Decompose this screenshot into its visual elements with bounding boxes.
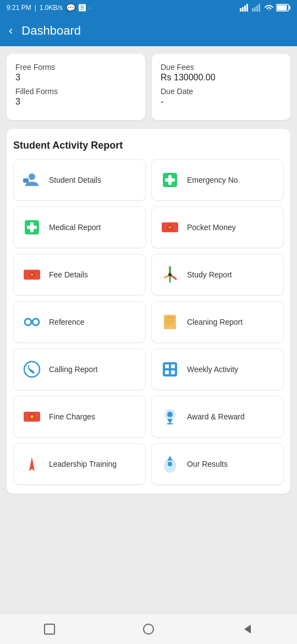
svg-rect-39	[165, 370, 169, 374]
activity-item-cleaning-report[interactable]: Cleaning Report	[151, 301, 284, 343]
activity-item-leadership-training[interactable]: Leadership Training	[13, 443, 146, 485]
svg-rect-4	[252, 8, 254, 12]
svg-rect-6	[256, 6, 258, 12]
activity-item-student-details[interactable]: Student Details	[13, 159, 146, 201]
cleaning-icon	[160, 312, 180, 332]
svg-marker-54	[244, 625, 251, 634]
activity-item-fee-details[interactable]: Fee Details	[13, 254, 146, 296]
svg-point-11	[29, 173, 35, 180]
activity-item-emergency-no[interactable]: Emergency No.	[151, 159, 284, 201]
main-content: Free Forms 3 Filled Forms 3 Due Fees Rs …	[0, 46, 297, 613]
activity-label-weekly-activity: Weekly Activity	[187, 365, 238, 374]
wifi-icon	[264, 4, 274, 12]
svg-rect-2	[244, 6, 246, 12]
activity-label-cleaning-report: Cleaning Report	[187, 318, 243, 327]
award-icon	[160, 406, 180, 427]
svg-rect-33	[166, 322, 174, 323]
svg-point-45	[167, 412, 173, 417]
fine-icon	[21, 406, 42, 427]
dot-icon: ·	[89, 4, 91, 12]
activity-item-award-reward[interactable]: Award & Reward	[151, 396, 284, 438]
status-network: |	[35, 4, 36, 12]
results-icon	[160, 454, 180, 474]
student-icon	[21, 170, 42, 190]
fees-card: Due Fees Rs 130000.00 Due Date -	[152, 54, 290, 120]
status-speed: 1.0KB/s	[40, 4, 63, 12]
nav-circle-button[interactable]	[135, 616, 162, 642]
activity-item-weekly-activity[interactable]: Weekly Activity	[151, 348, 284, 390]
svg-rect-5	[254, 7, 256, 12]
svg-rect-1	[242, 7, 244, 12]
back-button[interactable]: ‹	[9, 24, 13, 38]
svg-rect-37	[165, 364, 169, 368]
study-icon	[160, 264, 180, 285]
activity-label-leadership-training: Leadership Training	[49, 460, 117, 469]
svg-rect-32	[166, 320, 174, 321]
activity-label-pocket-money: Pocket Money	[187, 223, 236, 232]
svg-marker-48	[29, 457, 35, 471]
svg-rect-38	[171, 364, 175, 368]
svg-point-53	[144, 624, 153, 634]
info-cards-row: Free Forms 3 Filled Forms 3 Due Fees Rs …	[7, 54, 290, 120]
svg-point-24	[30, 273, 34, 276]
svg-rect-40	[171, 370, 175, 374]
svg-rect-15	[165, 178, 175, 182]
calling-icon	[21, 359, 42, 380]
svg-rect-18	[27, 226, 37, 229]
svg-rect-34	[166, 324, 171, 325]
svg-rect-3	[246, 4, 248, 12]
svg-point-27	[25, 319, 31, 325]
activity-label-fine-charges: Fine Charges	[49, 412, 95, 422]
activity-label-calling-report: Calling Report	[49, 365, 98, 374]
activity-item-medical-report[interactable]: Medical Report	[13, 206, 146, 248]
activity-item-reference[interactable]: Reference	[13, 301, 146, 343]
money-icon	[160, 217, 180, 238]
activity-section: Student Activity Report Student Details …	[7, 129, 290, 494]
svg-point-43	[30, 415, 34, 418]
free-forms-label: Free Forms	[15, 63, 136, 72]
svg-rect-36	[163, 362, 177, 376]
status-bar: 9:21 PM | 1.0KB/s 💬 🅱 ·	[0, 0, 297, 15]
activity-label-study-report: Study Report	[187, 270, 232, 280]
page-title: Dashboard	[21, 24, 81, 38]
leadership-icon	[21, 454, 42, 474]
activity-item-fine-charges[interactable]: Fine Charges	[13, 396, 146, 438]
activity-item-pocket-money[interactable]: Pocket Money	[151, 206, 284, 248]
battery-icon	[276, 4, 290, 12]
activity-label-reference: Reference	[49, 318, 85, 327]
svg-rect-9	[289, 6, 291, 9]
activity-grid: Student Details Emergency No. Medical Re…	[13, 159, 284, 485]
due-date-label: Due Date	[161, 87, 282, 96]
svg-point-26	[168, 273, 172, 276]
whatsapp-icon: 💬	[66, 3, 75, 12]
svg-rect-10	[277, 6, 287, 10]
svg-point-28	[32, 319, 39, 325]
status-time: 9:21 PM	[7, 4, 31, 12]
svg-point-21	[168, 226, 172, 229]
free-forms-value: 3	[15, 73, 136, 83]
nav-square-button[interactable]	[36, 616, 63, 642]
fee-icon	[21, 264, 42, 285]
svg-point-35	[24, 362, 40, 377]
svg-rect-0	[240, 8, 241, 12]
svg-rect-31	[166, 316, 174, 319]
svg-rect-7	[258, 4, 260, 12]
activity-label-our-results: Our Results	[187, 460, 228, 469]
activity-item-study-report[interactable]: Study Report	[151, 254, 284, 296]
signal2-icon	[252, 4, 262, 12]
activity-item-our-results[interactable]: Our Results	[151, 443, 284, 485]
bottom-nav	[0, 613, 297, 644]
svg-rect-52	[45, 624, 54, 634]
signal-icon	[240, 4, 250, 12]
nav-back-button[interactable]	[234, 616, 261, 642]
weekly-icon	[160, 359, 180, 380]
forms-card: Free Forms 3 Filled Forms 3	[7, 54, 145, 120]
activity-item-calling-report[interactable]: Calling Report	[13, 348, 146, 390]
due-fees-label: Due Fees	[161, 63, 282, 72]
svg-point-51	[168, 462, 172, 466]
app-bar: ‹ Dashboard	[0, 15, 297, 46]
filled-forms-label: Filled Forms	[15, 87, 136, 96]
activity-label-medical-report: Medical Report	[49, 223, 101, 232]
notification-icon: 🅱	[79, 4, 86, 12]
section-title: Student Activity Report	[13, 140, 284, 151]
